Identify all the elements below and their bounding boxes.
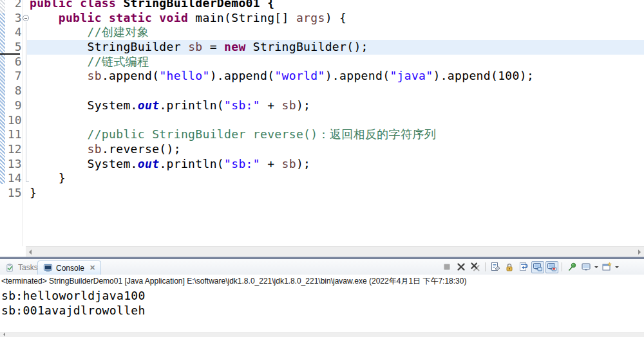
clear-console-icon[interactable] [489,261,502,273]
console-output-line: sb:helloworldjava100 [1,288,146,303]
display-selected-console-icon[interactable] [580,261,592,273]
line-number[interactable]: 9 [5,98,22,113]
line-number[interactable]: 5 [5,40,22,55]
show-console-stderr-icon[interactable] [545,261,558,273]
code-line-4[interactable]: //创建对象 [27,25,644,40]
console-hscrollbar[interactable] [0,332,644,337]
scroll-right-arrow-icon[interactable] [638,250,641,255]
current-line-number-underline [0,53,20,55]
console-output-line: sb:001avajdlrowolleh [1,303,146,318]
line-number[interactable]: 13 [5,157,22,172]
scroll-left-arrow-icon[interactable] [29,250,32,255]
quickdiff-ruler [0,0,5,13]
console-output[interactable]: sb:helloworldjava100sb:001avajdlrowolleh [1,288,146,318]
line-number[interactable]: 6 [5,55,22,69]
line-number[interactable]: 3 [5,11,22,26]
console-view: Tasks Console ✕ [0,259,644,337]
tasks-icon [5,263,15,273]
quickdiff-changed-region [0,13,5,184]
code-line-14[interactable]: } [27,171,644,186]
console-toolbar [440,260,620,273]
toolbar-separator [562,262,562,271]
line-number[interactable]: 12 [5,142,22,157]
code-line-12[interactable]: sb.reverse(); [27,142,644,157]
code-line-3[interactable]: public static void main(String[] args) { [27,11,644,26]
line-number[interactable]: 2 [5,0,22,11]
code-rows[interactable]: public class StringBuilderDemo01 { publi… [27,0,644,201]
line-number[interactable]: 14 [5,171,22,186]
code-line-6[interactable]: //链式编程 [27,55,644,69]
chevron-down-icon[interactable] [615,266,619,270]
code-line-5[interactable]: StringBuilder sb = new StringBuilder(); [27,40,644,55]
tab-tasks[interactable]: Tasks [0,260,43,275]
open-console-icon[interactable] [600,261,613,273]
pin-console-icon[interactable] [565,261,578,273]
code-line-11[interactable]: //public StringBuilder reverse()：返回相反的字符… [27,127,644,142]
line-number-ruler[interactable]: 23456789101112131415 [5,0,22,201]
code-line-2[interactable]: public class StringBuilderDemo01 { [27,0,644,11]
remove-launch-icon[interactable] [455,261,468,273]
fold-scope-line [26,22,26,181]
tab-label: Tasks [18,263,38,272]
editor-hscrollbar[interactable] [26,246,644,257]
console-status-line: <terminated> StringBuilderDemo01 [Java A… [1,276,643,287]
scroll-left-arrow-icon[interactable] [3,332,5,336]
ruler-separator [22,0,23,246]
eclipse-window: 23456789101112131415 public class String… [0,0,644,337]
code-line-8[interactable] [27,84,644,98]
code-line-15[interactable]: } [27,186,644,201]
code-line-13[interactable]: System.out.println("sb:" + sb); [27,157,644,172]
toolbar-separator [485,262,486,271]
line-number[interactable]: 10 [5,113,22,128]
line-number[interactable]: 15 [5,186,22,201]
line-number[interactable]: 11 [5,127,22,142]
close-icon[interactable]: ✕ [90,264,95,272]
code-line-7[interactable]: sb.append("hello").append("world").appen… [27,69,644,84]
line-number[interactable]: 7 [5,69,22,84]
code-line-10[interactable] [27,113,644,128]
scroll-lock-icon[interactable] [503,261,516,273]
view-tabbar: Tasks Console ✕ [0,259,644,275]
chevron-down-icon[interactable] [594,266,598,270]
remove-all-terminated-icon[interactable] [469,261,482,273]
word-wrap-icon[interactable] [517,261,530,273]
tab-label: Console [56,264,84,273]
console-icon [43,263,53,273]
java-editor-area[interactable]: 23456789101112131415 public class String… [0,0,644,257]
tab-console[interactable]: Console ✕ [37,260,101,275]
code-line-9[interactable]: System.out.println("sb:" + sb); [27,98,644,113]
line-number[interactable]: 8 [5,84,22,98]
show-console-stdout-icon[interactable] [531,261,544,273]
terminate-icon[interactable] [440,261,453,273]
line-number[interactable]: 4 [5,25,22,40]
